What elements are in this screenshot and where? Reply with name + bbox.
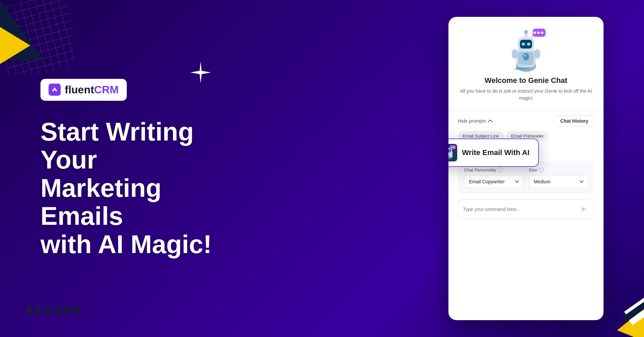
svg-point-16 (528, 43, 530, 45)
svg-rect-3 (629, 308, 644, 325)
svg-point-15 (522, 43, 524, 45)
size-group: Size i Small Medium Large (529, 167, 588, 188)
svg-rect-19 (512, 49, 518, 59)
size-select[interactable]: Small Medium Large (529, 175, 588, 188)
robot-avatar-area (458, 27, 594, 71)
logo-icon (49, 84, 61, 96)
chat-history-button[interactable]: Chat History (555, 116, 594, 126)
svg-point-23 (537, 32, 540, 34)
size-info-icon[interactable]: i (539, 167, 544, 173)
logo-container: fluentCRM (40, 79, 127, 101)
logo-text: fluentCRM (65, 84, 119, 96)
divider-line (448, 110, 604, 110)
robot-avatar (506, 27, 546, 71)
prompts-row: Hide prompts Chat History (458, 116, 594, 126)
write-email-with-ai-button[interactable]: Write Email With AI (448, 139, 539, 167)
genie-chat-panel: Welcome to Genie Chat All you have to do… (448, 17, 604, 320)
svg-rect-2 (624, 296, 644, 318)
personality-group: Chat Personality i Email Copywriter Sale… (464, 167, 523, 188)
hide-prompts-button[interactable]: Hide prompts (458, 118, 493, 124)
size-label: Size i (529, 167, 588, 173)
svg-point-35 (454, 147, 455, 148)
svg-marker-1 (617, 303, 644, 337)
chevron-up-icon (488, 119, 493, 123)
welcome-subtitle: All you have to do is ask or instruct yo… (458, 88, 594, 102)
chat-input[interactable] (463, 207, 575, 212)
hide-prompts-label: Hide prompts (458, 118, 486, 124)
personality-label: Chat Personality i (464, 167, 523, 173)
write-email-btn-label: Write Email With AI (462, 148, 529, 157)
svg-point-18 (524, 30, 528, 34)
svg-rect-4 (621, 300, 644, 323)
send-button[interactable] (578, 204, 589, 215)
chat-input-area (458, 200, 594, 219)
svg-point-24 (541, 32, 544, 34)
svg-point-33 (451, 147, 452, 148)
left-content-area: fluentCRM Start Writing Your Marketing E… (0, 0, 276, 337)
welcome-title: Welcome to Genie Chat (458, 76, 594, 85)
svg-point-30 (449, 150, 450, 152)
send-icon (581, 206, 587, 212)
svg-point-22 (534, 32, 536, 34)
svg-point-34 (452, 147, 453, 148)
personality-info-icon[interactable]: i (498, 167, 503, 173)
svg-point-10 (524, 55, 526, 57)
svg-rect-20 (534, 49, 540, 59)
main-headline: Start Writing Your Marketing Emails with… (40, 118, 250, 258)
chat-history-label: Chat History (560, 118, 588, 124)
personality-select[interactable]: Email Copywriter Salesperson Storyteller… (464, 175, 523, 188)
svg-point-9 (524, 54, 528, 60)
settings-row: Chat Personality i Email Copywriter Sale… (464, 167, 588, 188)
write-btn-robot-icon (448, 144, 457, 161)
panel-content: Welcome to Genie Chat All you have to do… (448, 17, 604, 320)
